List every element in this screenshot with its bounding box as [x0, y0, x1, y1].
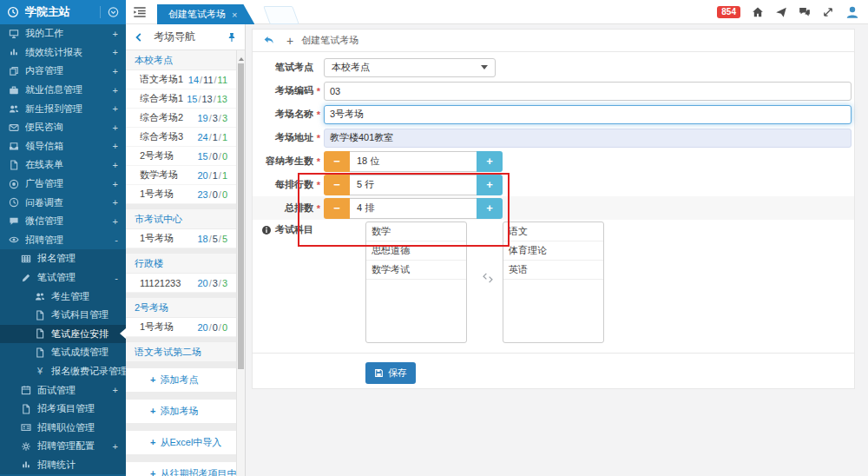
sidebar-item[interactable]: 报名管理 [0, 249, 126, 268]
expand-toggle-icon[interactable]: + [113, 197, 118, 208]
tab-close-icon[interactable]: × [232, 10, 237, 20]
subject-option[interactable]: 数学 [366, 222, 466, 241]
exam-room-item[interactable]: 数学考场20/1/1 [126, 166, 236, 185]
required-marker: * [313, 203, 324, 214]
sidebar-item[interactable]: 绩效统计报表+ [0, 43, 126, 63]
scroll-up-arrow-icon[interactable] [239, 55, 244, 61]
subject-option[interactable]: 体育理论 [503, 241, 603, 261]
exam-room-item[interactable]: 1号考场18/5/5 [126, 229, 236, 248]
name-input[interactable] [324, 105, 852, 124]
expand-toggle-icon[interactable]: + [113, 122, 118, 133]
send-icon[interactable] [775, 6, 787, 18]
sidebar-item[interactable]: 招聘管理- [0, 231, 126, 250]
sidebar-toggle-icon[interactable] [133, 5, 147, 19]
sidebar-item-label: 内容管理 [25, 64, 63, 77]
expand-toggle-icon[interactable]: + [113, 385, 118, 395]
exam-room-item[interactable]: 综合考场219/3/3 [126, 109, 236, 128]
sidebar-item[interactable]: 笔试座位安排 [0, 325, 126, 344]
nav-action[interactable]: +从往期招考项目中导入 [126, 461, 236, 476]
expand-toggle-icon[interactable]: + [113, 29, 118, 39]
total-rows-minus-button[interactable]: − [324, 198, 350, 219]
expand-toggle-icon[interactable]: + [113, 216, 118, 227]
chevron-down-icon[interactable] [100, 6, 119, 18]
sidebar-item[interactable]: 领导信箱+ [0, 137, 126, 156]
user-avatar[interactable] [845, 5, 859, 19]
expand-toggle-icon[interactable]: + [113, 66, 118, 76]
sidebar-item[interactable]: 笔试管理- [0, 268, 126, 288]
save-button[interactable]: 保存 [365, 362, 416, 384]
sidebar-item[interactable]: 内容管理+ [0, 62, 126, 81]
expand-icon[interactable] [822, 6, 834, 18]
expand-toggle-icon[interactable]: + [113, 179, 118, 189]
expand-toggle-icon[interactable]: + [113, 85, 118, 96]
back-icon[interactable] [263, 35, 274, 46]
name-label: 考场名称 [275, 108, 313, 121]
rows-per-plus-button[interactable]: + [477, 175, 503, 195]
pin-icon[interactable] [227, 32, 237, 43]
expand-toggle-icon[interactable]: + [113, 141, 118, 151]
expand-toggle-icon[interactable]: - [115, 273, 118, 283]
sidebar-item[interactable]: 就业信息管理+ [0, 81, 126, 100]
tab-create-exam-room[interactable]: 创建笔试考场 × [157, 4, 254, 24]
comments-icon[interactable] [799, 6, 811, 18]
subject-option[interactable]: 语文 [503, 222, 603, 241]
sidebar-item[interactable]: ¥报名缴费记录管理 [0, 362, 126, 381]
sidebar-item[interactable]: 问卷调查+ [0, 193, 126, 212]
capacity-input[interactable] [350, 151, 477, 172]
subjects-available-list[interactable]: 数学思想道德数学考试 [365, 221, 467, 343]
sidebar-item-label: 便民咨询 [25, 121, 63, 134]
total-rows-input[interactable] [350, 198, 477, 219]
subjects-selected-list[interactable]: 语文体育理论英语 [503, 221, 604, 343]
notification-badge[interactable]: 854 [717, 6, 740, 18]
subject-option[interactable]: 数学考试 [366, 261, 466, 280]
collapse-panel-icon[interactable] [134, 32, 144, 43]
sidebar-item[interactable]: 微信管理+ [0, 212, 126, 231]
exam-room-item[interactable]: 语文考场114/11/11 [126, 70, 236, 89]
subject-option[interactable]: 英语 [503, 261, 603, 280]
rows-per-input[interactable] [350, 175, 477, 195]
exam-room-item[interactable]: 1112123320/3/3 [126, 274, 236, 293]
sidebar-item[interactable]: 考试科目管理 [0, 306, 126, 325]
sidebar-item[interactable]: 考生管理 [0, 287, 126, 306]
sidebar-item[interactable]: 招考项目管理 [0, 400, 126, 419]
expand-toggle-icon[interactable]: - [115, 235, 118, 245]
exam-room-item[interactable]: 综合考场115/13/13 [126, 89, 236, 109]
capacity-plus-button[interactable]: + [477, 151, 503, 172]
transfer-icon [482, 272, 494, 284]
sidebar-item[interactable]: 在线表单+ [0, 155, 126, 175]
address-input[interactable] [324, 129, 852, 148]
sidebar-item[interactable]: 新生报到管理+ [0, 99, 126, 118]
sidebar-item-label: 笔试座位安排 [51, 327, 108, 340]
code-input[interactable] [324, 82, 852, 101]
subject-option[interactable]: 思想道德 [366, 241, 466, 261]
rows-per-minus-button[interactable]: − [324, 175, 350, 195]
home-icon[interactable] [752, 6, 764, 18]
exam-room-item[interactable]: 2号考场15/0/0 [126, 147, 236, 166]
nav-action[interactable]: +从Excel中导入 [126, 430, 236, 455]
venue-select[interactable]: 本校考点 [324, 58, 496, 77]
exam-room-item[interactable]: 1号考场23/0/0 [126, 185, 236, 204]
total-rows-plus-button[interactable]: + [477, 198, 503, 219]
nav-action[interactable]: +添加考场 [126, 399, 236, 424]
nav-action[interactable]: +添加考点 [126, 367, 236, 393]
expand-toggle-icon[interactable]: + [113, 441, 118, 452]
exam-room-item[interactable]: 综合考场324/1/1 [126, 128, 236, 147]
sidebar-item[interactable]: 面试管理+ [0, 380, 126, 400]
sidebar-item[interactable]: 招聘职位管理 [0, 418, 126, 437]
scrollbar-thumb[interactable] [238, 63, 244, 369]
sidebar-item-label: 新生报到管理 [25, 102, 82, 116]
brand[interactable]: 学院主站 [0, 0, 126, 24]
sidebar-item[interactable]: 招聘管理配置+ [0, 437, 126, 456]
expand-toggle-icon[interactable]: + [113, 47, 118, 57]
nav-scrollbar[interactable] [236, 50, 245, 476]
exam-room-item[interactable]: 1号考场20/0/0 [126, 318, 236, 337]
exam-room-name: 综合考场3 [140, 130, 197, 143]
sidebar-item[interactable]: 便民咨询+ [0, 118, 126, 137]
capacity-minus-button[interactable]: − [324, 151, 350, 172]
sidebar-item[interactable]: 招聘统计 [0, 456, 126, 475]
sidebar-item[interactable]: 笔试成绩管理 [0, 343, 126, 362]
expand-toggle-icon[interactable]: + [113, 160, 118, 170]
sidebar-item[interactable]: 我的工作+ [0, 24, 126, 43]
sidebar-item[interactable]: 广告管理+ [0, 175, 126, 194]
expand-toggle-icon[interactable]: + [113, 103, 118, 114]
